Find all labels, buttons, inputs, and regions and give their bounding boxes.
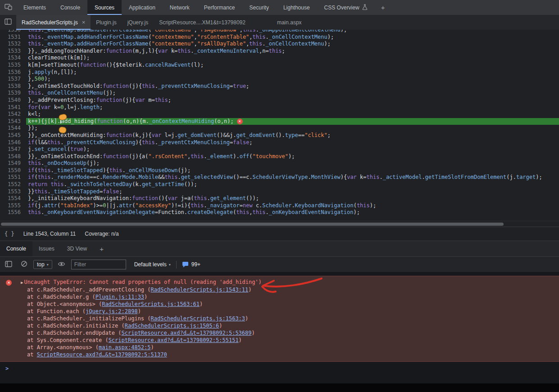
more-drawer-tools-button[interactable]: + — [93, 241, 110, 256]
code-text[interactable]: }},_onTimeSlotTouchEnd:function(j){a(".r… — [26, 153, 559, 160]
code-text[interactable]: k<l; — [26, 111, 559, 118]
pretty-print-button[interactable]: { } — [5, 231, 14, 237]
line-number[interactable]: 1545 — [0, 132, 26, 139]
code-text[interactable]: },_onTimeSlotTouchHold:function(j){this.… — [26, 83, 559, 90]
console-filter-input[interactable] — [71, 260, 126, 269]
code-text[interactable]: this._eventMap.addHandlerForClassName("c… — [26, 34, 559, 41]
issues-count-badge[interactable]: 99+ — [182, 261, 200, 268]
code-text[interactable]: return this._switchToSelectedDay(k.get_s… — [26, 181, 559, 188]
line-number[interactable]: 1541 — [0, 104, 26, 111]
file-tab-main-aspx[interactable]: main.aspx — [272, 15, 307, 30]
line-number[interactable]: 1547 — [0, 146, 26, 153]
toggle-device-toolbar-button[interactable] — [0, 0, 16, 15]
more-panels-button[interactable]: + — [375, 0, 391, 15]
line-number[interactable]: 1536 — [0, 69, 26, 76]
panel-tab-sources[interactable]: Sources — [87, 0, 122, 15]
code-text[interactable]: if(l&&this._preventCtxMenuClosing){this.… — [26, 139, 559, 146]
code-text[interactable]: if(this._renderMode==c.RenderMode.Mobile… — [26, 174, 559, 181]
file-tab-radschedulerscripts-js[interactable]: RadSchedulerScripts.js× — [16, 15, 91, 30]
line-number[interactable]: 1535 — [0, 62, 26, 69]
error-message-row[interactable]: ▶Uncaught TypeError: Cannot read propert… — [0, 278, 559, 286]
line-number[interactable]: 1543 — [0, 118, 26, 125]
line-number[interactable]: 1550 — [0, 167, 26, 174]
panel-tab-security[interactable]: Security — [242, 0, 276, 15]
line-number[interactable]: 1551 — [0, 174, 26, 181]
line-number[interactable]: 1553 — [0, 188, 26, 196]
stack-frame-link[interactable]: RadSchedulerScripts.js:1505:6 — [125, 323, 219, 329]
console-prompt-row[interactable]: > — [0, 362, 559, 377]
panel-tab-css-overview[interactable]: CSS Overview — [317, 0, 375, 15]
code-text[interactable]: k[m]=setTimeout(function(){$telerik.canc… — [26, 62, 559, 69]
panel-tab-performance[interactable]: Performance — [197, 0, 242, 15]
code-text[interactable]: this._onCellContextMenu(j); — [26, 90, 559, 97]
code-text[interactable]: j.apply(n,[l]); — [26, 69, 559, 76]
scrollbar-thumb[interactable] — [1, 223, 504, 226]
stack-frame-link[interactable]: jQuery.js:2:2898 — [86, 308, 138, 315]
code-text[interactable]: this._eventMap.addHandlerForClassName("c… — [26, 30, 559, 34]
line-number[interactable]: 1537 — [0, 76, 26, 83]
code-text[interactable]: }); — [26, 125, 559, 132]
stack-frame-link[interactable]: Plugin.js:11:33 — [95, 294, 144, 300]
code-text[interactable]: },_addPreventClosing:function(j){var m=t… — [26, 97, 559, 104]
stack-frame-link[interactable]: ScriptResource.axd?d…&t=13798092:5:55151 — [109, 337, 239, 343]
code-text[interactable]: },_initializeKeyboardNavigation:function… — [26, 195, 559, 202]
code-text[interactable]: }},_onContextMenuHiding:function(k,j){va… — [26, 132, 559, 139]
line-number[interactable]: 1548 — [0, 153, 26, 160]
line-number[interactable]: 1532 — [0, 41, 26, 48]
line-number[interactable]: 1549 — [0, 160, 26, 167]
code-text[interactable]: if(this._timeSlotTapped){this._onCellMou… — [26, 167, 559, 174]
line-number[interactable]: 1554 — [0, 195, 26, 202]
panel-tab-console[interactable]: Console — [53, 0, 87, 15]
execution-context-selector[interactable]: top ▾ — [33, 260, 52, 269]
panel-tab-lighthouse[interactable]: Lighthouse — [276, 0, 317, 15]
code-text[interactable]: this._onDocMouseUp(j); — [26, 160, 559, 167]
code-text[interactable]: this._eventMap.addHandlerForClassName("c… — [26, 41, 559, 48]
line-number[interactable]: 1555 — [0, 202, 26, 210]
line-number[interactable]: 1530 — [0, 30, 26, 34]
panel-tab-application[interactable]: Application — [122, 0, 163, 15]
toggle-navigator-button[interactable] — [0, 15, 16, 30]
line-number[interactable]: 1540 — [0, 97, 26, 104]
line-number[interactable]: 1539 — [0, 90, 26, 97]
code-text[interactable]: clearTimeout(k[m]); — [26, 55, 559, 62]
file-tab-scriptresource-xm1-t-13798092[interactable]: ScriptResource....XM1&t=13798092 — [154, 15, 251, 30]
horizontal-scrollbar[interactable] — [0, 221, 559, 227]
panel-tab-network[interactable]: Network — [163, 0, 197, 15]
drawer-tab-3d-view[interactable]: 3D View — [61, 241, 93, 256]
line-number[interactable]: 1556 — [0, 209, 26, 216]
inline-error-icon[interactable]: ✕ — [237, 119, 243, 124]
line-number[interactable]: 1534 — [0, 55, 26, 62]
stack-frame-link[interactable]: RadSchedulerScripts.js:1563:3 — [151, 315, 245, 322]
console-error-entry[interactable]: ✕ ▶Uncaught TypeError: Cannot read prope… — [0, 276, 559, 362]
line-number[interactable]: 1533 — [0, 48, 26, 55]
file-tab-plugin-js[interactable]: Plugin.js — [91, 15, 122, 30]
stack-frame-link[interactable]: ScriptResource.axd?d…&t=13798092:5:53689 — [122, 330, 252, 336]
code-text[interactable]: this._onKeyboardEventNavigationDelegate=… — [26, 209, 559, 216]
close-icon[interactable]: × — [82, 19, 86, 26]
code-text[interactable]: for(var k=0,l=j.length; — [26, 104, 559, 111]
code-text[interactable]: }}this._timeSlotTapped=false; — [26, 188, 559, 196]
code-text[interactable]: if(j.attr("tabIndex")>=0||j.attr("access… — [26, 202, 559, 210]
line-number[interactable]: 1531 — [0, 34, 26, 41]
stack-frame-link[interactable]: ScriptResource.axd?d…&t=13798092:5:51370 — [37, 351, 167, 358]
drawer-tab-console[interactable]: Console — [0, 241, 32, 256]
expand-triangle-icon[interactable]: ▶ — [21, 279, 23, 286]
stack-frame-link[interactable]: RadSchedulerScripts.js:1543:11 — [151, 287, 249, 293]
code-text[interactable]: },500); — [26, 76, 559, 83]
stack-frame-link[interactable]: RadSchedulerScripts.js:1563:61 — [102, 301, 200, 307]
line-number[interactable]: 1538 — [0, 83, 26, 90]
code-editor[interactable]: 1530this._eventMap.addHandlerForClassNam… — [0, 30, 559, 221]
code-text[interactable]: }},_addLongTouchHandler:function(m,j,l){… — [26, 48, 559, 55]
line-number[interactable]: 1542 — [0, 111, 26, 118]
line-number[interactable]: 1544 — [0, 125, 26, 132]
drawer-tab-issues[interactable]: Issues — [32, 241, 61, 256]
clear-console-button[interactable] — [18, 259, 30, 270]
file-tab-jquery-js[interactable]: jQuery.js — [122, 15, 154, 30]
live-expression-button[interactable] — [56, 259, 68, 270]
log-levels-dropdown[interactable]: Default levels ▾ — [134, 261, 171, 268]
code-text[interactable]: j.set_cancel(true); — [26, 146, 559, 153]
line-number[interactable]: 1546 — [0, 139, 26, 146]
console-sidebar-button[interactable] — [3, 259, 14, 270]
stack-frame-link[interactable]: main.aspx:4852:5 — [99, 344, 151, 351]
code-text[interactable]: k++){j[k].add_hiding(function(o,n){m._on… — [26, 118, 559, 125]
